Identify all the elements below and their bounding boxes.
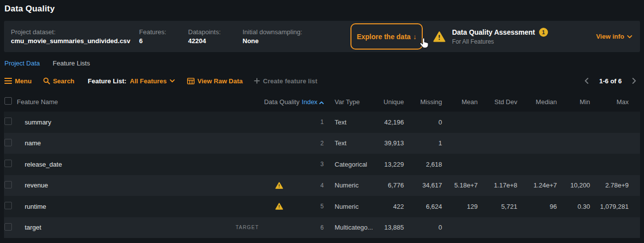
datapoints-label: Datapoints: (188, 28, 243, 36)
field-features: Features: 6 (139, 28, 188, 45)
search-button[interactable]: Search (43, 77, 74, 85)
view-raw-data-button[interactable]: View Raw Data (187, 77, 243, 85)
datapoints-value: 42204 (188, 37, 243, 45)
initial-downsampling-value: None (243, 37, 302, 45)
index-value: 1 (299, 119, 327, 125)
feature-name[interactable]: runtime (25, 203, 46, 210)
row-checkbox[interactable] (4, 139, 12, 146)
initial-downsampling-label: Initial downsampling: (243, 28, 302, 36)
missing-value: 2,618 (404, 161, 442, 168)
row-checkbox[interactable] (4, 181, 12, 188)
tab-project-data[interactable]: Project Data (4, 60, 40, 68)
header-median[interactable]: Median (517, 98, 557, 106)
header-var-type[interactable]: Var Type (327, 98, 374, 106)
header-mean[interactable]: Mean (442, 98, 478, 106)
header-feature-name[interactable]: Feature Name (17, 98, 259, 106)
project-info-bar: Project dataset: cmu_movie_summaries_und… (4, 21, 640, 52)
table-row-summary[interactable]: summary 1 Text 42,196 0 (4, 112, 640, 133)
feature-name[interactable]: revenue (25, 182, 48, 189)
unique-value: 6,776 (374, 182, 404, 189)
feature-name[interactable]: target (25, 224, 41, 231)
min-value: 10,200 (557, 182, 590, 189)
data-quality-cell[interactable] (259, 182, 299, 189)
header-index-sorted[interactable]: Index (299, 98, 327, 106)
chevron-down-icon (627, 35, 632, 38)
row-checkbox[interactable] (4, 160, 12, 167)
data-quality-assessment-block: Data Quality Assessment 1 For All Featur… (433, 28, 548, 45)
unique-value: 42,196 (374, 119, 404, 126)
median-value: 1.24e+7 (517, 182, 557, 189)
create-feature-list-button[interactable]: Create feature list (254, 77, 317, 85)
header-min[interactable]: Min (557, 98, 590, 106)
std-dev-value: 1.17e+8 (478, 182, 517, 189)
index-value: 3 (299, 161, 327, 168)
feature-name[interactable]: name (25, 139, 41, 147)
plus-icon (254, 78, 260, 84)
std-dev-value: 5,721 (478, 203, 517, 210)
var-type-value: Text (327, 119, 374, 126)
arrow-down-icon: ↓ (413, 33, 417, 41)
table-row-name[interactable]: name 2 Text 39,913 1 (4, 133, 640, 154)
pagination-next-button[interactable] (630, 77, 638, 85)
missing-value: 6,624 (404, 203, 442, 210)
row-checkbox[interactable] (4, 202, 12, 209)
row-checkbox[interactable] (4, 118, 12, 125)
feature-name[interactable]: summary (25, 119, 51, 126)
table-row-runtime[interactable]: runtime 5 Numeric 422 6,624 129 5,721 96… (4, 196, 640, 217)
features-value: 6 (139, 37, 188, 45)
menu-button[interactable]: Menu (4, 77, 32, 85)
tab-feature-lists[interactable]: Feature Lists (53, 60, 90, 68)
explore-the-data-button[interactable]: Explore the data ↓ (350, 23, 423, 50)
var-type-value: Multicatego... (327, 224, 374, 231)
select-all-checkbox[interactable] (4, 97, 12, 105)
unique-value: 13,229 (374, 161, 404, 168)
pagination-prev-button[interactable] (583, 77, 591, 85)
magnifier-icon (43, 77, 50, 84)
missing-value: 0 (404, 224, 442, 231)
chevron-right-icon (632, 78, 636, 84)
header-unique[interactable]: Unique (374, 98, 404, 106)
unique-value: 422 (374, 203, 404, 210)
table-toolbar: Menu Search Feature List: All Features V… (4, 72, 640, 89)
create-feature-list-label: Create feature list (263, 77, 317, 85)
table-row-revenue[interactable]: revenue 4 Numeric 6,776 34,617 5.18e+7 1… (4, 175, 640, 196)
view-info-button[interactable]: View info (596, 33, 632, 40)
median-value: 96 (517, 203, 557, 210)
unique-value: 39,913 (374, 139, 404, 147)
var-type-value: Text (327, 139, 374, 147)
min-value: 0.30 (557, 203, 590, 210)
assessment-count-badge: 1 (539, 28, 548, 37)
header-missing[interactable]: Missing (404, 98, 442, 106)
mean-value: 129 (442, 203, 478, 210)
table-header-row: Feature Name Data Quality Index Var Type… (4, 92, 640, 112)
caret-up-icon (319, 101, 324, 104)
mean-value: 5.18e+7 (442, 182, 478, 189)
grid-table-icon (187, 78, 195, 84)
assessment-title: Data Quality Assessment (452, 28, 535, 36)
data-quality-cell[interactable] (259, 203, 299, 210)
feature-name[interactable]: release_date (25, 161, 62, 168)
pagination: 1-6 of 6 (583, 77, 638, 85)
assessment-text: Data Quality Assessment 1 For All Featur… (452, 28, 548, 45)
header-data-quality[interactable]: Data Quality (259, 98, 299, 106)
features-label: Features: (139, 28, 188, 36)
header-index-label: Index (302, 98, 318, 106)
field-project-dataset: Project dataset: cmu_movie_summaries_und… (11, 28, 139, 45)
row-checkbox[interactable] (4, 223, 12, 231)
pagination-count: 1-6 of 6 (599, 77, 622, 85)
table-row-target[interactable]: target TARGET 6 Multicatego... 13,885 0 (4, 217, 640, 239)
index-value: 4 (299, 182, 327, 189)
missing-value: 34,617 (404, 182, 442, 189)
max-value: 2.78e+9 (590, 182, 629, 189)
header-std-dev[interactable]: Std Dev (478, 98, 517, 106)
table-row-release-date[interactable]: release_date 3 Categorical 13,229 2,618 (4, 154, 640, 175)
missing-value: 0 (404, 119, 442, 126)
warning-triangle-icon (433, 31, 446, 42)
assessment-subtitle: For All Features (452, 38, 548, 45)
header-max[interactable]: Max (590, 98, 629, 106)
var-type-value: Numeric (327, 182, 374, 189)
index-value: 2 (299, 140, 327, 147)
explore-the-data-label: Explore the data (357, 33, 411, 41)
search-label: Search (53, 77, 74, 85)
feature-list-selector[interactable]: All Features (130, 77, 174, 85)
